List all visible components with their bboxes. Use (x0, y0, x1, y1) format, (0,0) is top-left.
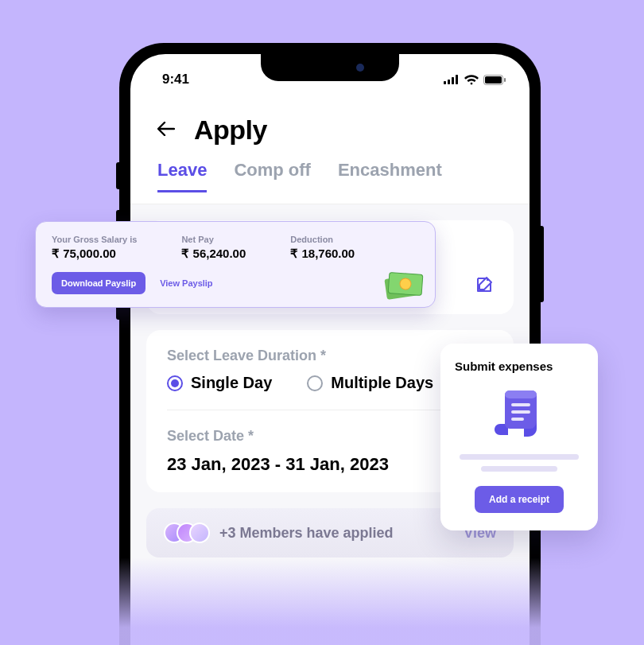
phone-side-button (116, 162, 119, 189)
receipt-icon (491, 387, 548, 441)
back-arrow-icon[interactable] (157, 120, 175, 141)
page-header: Apply (130, 92, 530, 160)
gross-label: Your Gross Salary is (52, 235, 137, 244)
radio-icon (307, 375, 323, 391)
tab-comp-off[interactable]: Comp off (234, 160, 311, 192)
radio-multiple-days[interactable]: Multiple Days (307, 374, 433, 392)
view-payslip-link[interactable]: View Payslip (160, 278, 212, 288)
tab-encashment[interactable]: Encashment (338, 160, 442, 192)
tabs: Leave Comp off Encashment (130, 160, 530, 204)
battery-icon (483, 75, 506, 85)
svg-rect-12 (511, 403, 530, 406)
expenses-title: Submit expenses (455, 359, 584, 375)
svg-rect-3 (456, 75, 458, 84)
svg-rect-1 (448, 80, 450, 84)
svg-rect-2 (452, 77, 454, 84)
net-label: Net Pay (181, 235, 246, 244)
gross-value: ₹ 75,000.00 (52, 247, 137, 261)
skeleton-line (481, 466, 557, 472)
avatar (189, 523, 210, 543)
radio-single-day[interactable]: Single Day (167, 374, 272, 392)
member-avatars (164, 523, 210, 543)
deduction: Deduction ₹ 18,760.00 (290, 235, 355, 261)
net-value: ₹ 56,240.00 (181, 247, 246, 261)
phone-side-button (541, 226, 544, 302)
svg-rect-6 (504, 78, 506, 82)
edit-icon[interactable] (475, 276, 493, 297)
svg-rect-11 (505, 390, 537, 398)
skeleton-line (460, 454, 579, 460)
wifi-icon (464, 75, 479, 85)
status-time: 9:41 (162, 72, 189, 87)
radio-icon (167, 375, 183, 391)
svg-rect-5 (485, 76, 502, 84)
deduction-value: ₹ 18,760.00 (290, 247, 355, 261)
expenses-card: Submit expenses Add a receipt (440, 344, 598, 530)
download-payslip-button[interactable]: Download Payslip (52, 272, 145, 294)
signal-icon (444, 75, 460, 84)
svg-rect-0 (444, 81, 446, 84)
radio-label: Single Day (191, 374, 272, 392)
tab-leave[interactable]: Leave (157, 160, 207, 192)
svg-rect-14 (511, 418, 524, 421)
svg-rect-13 (511, 410, 530, 414)
net-pay: Net Pay ₹ 56,240.00 (181, 235, 246, 261)
svg-point-9 (400, 278, 412, 290)
phone-notch (261, 54, 399, 81)
cash-icon (381, 266, 425, 301)
radio-label: Multiple Days (331, 374, 433, 392)
members-text: +3 Members have applied (219, 525, 394, 542)
page-title: Apply (194, 115, 267, 146)
payslip-card: Your Gross Salary is ₹ 75,000.00 Net Pay… (35, 221, 436, 308)
add-receipt-button[interactable]: Add a receipt (475, 486, 564, 513)
gross-salary: Your Gross Salary is ₹ 75,000.00 (52, 235, 137, 261)
deduction-label: Deduction (290, 235, 355, 244)
